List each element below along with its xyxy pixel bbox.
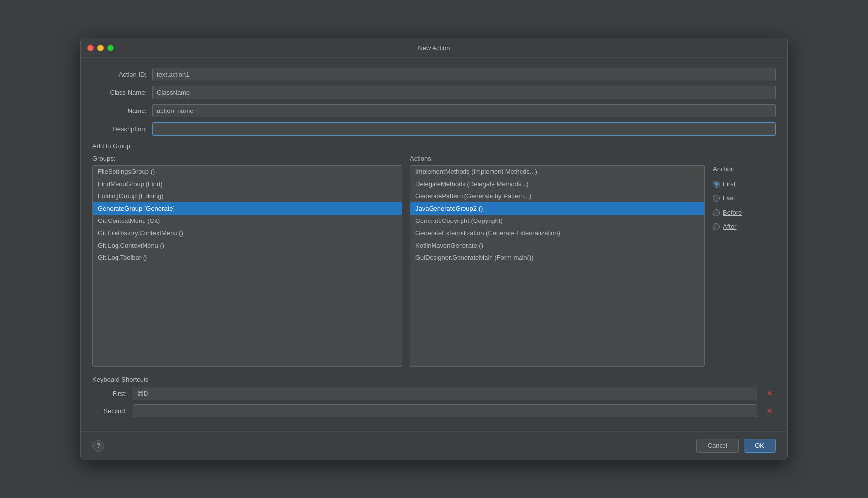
- class-name-label: Class Name:: [92, 89, 146, 96]
- minimize-button[interactable]: [97, 45, 104, 51]
- list-item[interactable]: Git.ContextMenu (Git): [93, 215, 402, 227]
- anchor-before-radio[interactable]: [713, 209, 720, 216]
- anchor-last-radio[interactable]: [713, 195, 720, 202]
- name-label: Name:: [92, 107, 146, 114]
- list-item[interactable]: GeneratePattern (Generate by Pattern...): [410, 190, 704, 202]
- list-item-selected[interactable]: GenerateGroup (Generate): [93, 202, 402, 215]
- second-shortcut-clear[interactable]: ✕: [763, 405, 776, 416]
- list-item-selected[interactable]: JavaGenerateGroup2 (): [410, 202, 704, 215]
- anchor-label: Anchor:: [713, 166, 742, 173]
- first-shortcut-clear[interactable]: ✕: [763, 388, 776, 399]
- anchor-last-row: Last: [713, 191, 742, 205]
- anchor-first-row: First: [713, 177, 742, 191]
- anchor-last-label[interactable]: Last: [723, 194, 735, 202]
- keyboard-shortcuts-title: Keyboard Shortcuts: [92, 376, 776, 383]
- list-item[interactable]: FoldingGroup (Folding): [93, 190, 402, 202]
- anchor-first-radio[interactable]: [713, 181, 720, 188]
- keyboard-shortcuts-section: Keyboard Shortcuts First: ✕ Second: ✕: [92, 376, 776, 421]
- action-id-row: Action ID:: [92, 68, 776, 81]
- dialog-body: Action ID: Class Name: Name: Description…: [81, 58, 787, 431]
- class-name-row: Class Name:: [92, 86, 776, 99]
- help-button[interactable]: ?: [92, 440, 104, 452]
- description-row: Description:: [92, 122, 776, 136]
- actions-section: Actions: ImplementMethods (Implement Met…: [410, 155, 705, 367]
- anchor-after-row: After: [713, 220, 742, 234]
- action-id-label: Action ID:: [92, 71, 146, 78]
- list-item[interactable]: FindMenuGroup (Find): [93, 178, 402, 190]
- list-item[interactable]: KotlinMavenGenerate (): [410, 239, 704, 251]
- groups-label: Groups:: [92, 155, 402, 162]
- list-item[interactable]: DelegateMethods (Delegate Methods...): [410, 178, 704, 190]
- first-shortcut-input[interactable]: [133, 387, 757, 400]
- list-item[interactable]: Git.Log.Toolbar (): [93, 251, 402, 264]
- list-item[interactable]: Git.Log.ContextMenu (): [93, 239, 402, 251]
- action-id-input[interactable]: [152, 68, 776, 81]
- list-item[interactable]: GenerateCopyright (Copyright): [410, 215, 704, 227]
- name-row: Name:: [92, 104, 776, 117]
- dialog-title: New Action: [418, 44, 450, 52]
- groups-actions-section: Groups: FileSettingsGroup () FindMenuGro…: [92, 155, 776, 367]
- description-label: Description:: [92, 125, 146, 133]
- anchor-before-row: Before: [713, 205, 742, 220]
- second-shortcut-label: Second:: [92, 407, 127, 415]
- close-button[interactable]: [87, 45, 94, 51]
- cancel-button[interactable]: Cancel: [696, 439, 739, 453]
- list-item[interactable]: FileSettingsGroup (): [93, 166, 402, 178]
- anchor-before-label[interactable]: Before: [723, 209, 742, 216]
- new-action-dialog: New Action Action ID: Class Name: Name: …: [80, 38, 788, 460]
- ok-button[interactable]: OK: [744, 439, 776, 453]
- actions-list[interactable]: ImplementMethods (Implement Methods...) …: [410, 165, 705, 367]
- class-name-input[interactable]: [152, 86, 776, 99]
- name-input[interactable]: [152, 104, 776, 117]
- list-item[interactable]: GuiDesigner.GenerateMain (Form main()): [410, 251, 704, 264]
- anchor-after-radio[interactable]: [713, 223, 720, 230]
- second-shortcut-input[interactable]: [133, 404, 757, 417]
- anchor-after-label[interactable]: After: [723, 223, 736, 230]
- list-item[interactable]: Git.FileHistory.ContextMenu (): [93, 227, 402, 239]
- groups-list[interactable]: FileSettingsGroup () FindMenuGroup (Find…: [92, 165, 402, 367]
- first-shortcut-label: First:: [92, 390, 127, 397]
- anchor-section: Anchor: First Last Before After: [713, 155, 742, 367]
- anchor-first-label[interactable]: First: [723, 180, 735, 188]
- add-to-group-header: Add to Group: [92, 142, 776, 150]
- footer-buttons: Cancel OK: [696, 439, 776, 453]
- title-bar: New Action: [81, 38, 787, 58]
- second-shortcut-row: Second: ✕: [92, 404, 776, 417]
- list-item[interactable]: ImplementMethods (Implement Methods...): [410, 166, 704, 178]
- dialog-footer: ? Cancel OK: [81, 431, 787, 460]
- traffic-lights: [87, 45, 114, 51]
- actions-label: Actions:: [410, 155, 705, 162]
- description-input[interactable]: [152, 122, 776, 136]
- groups-section: Groups: FileSettingsGroup () FindMenuGro…: [92, 155, 402, 367]
- maximize-button[interactable]: [107, 45, 114, 51]
- list-item[interactable]: GenerateExternalization (Generate Extern…: [410, 227, 704, 239]
- first-shortcut-row: First: ✕: [92, 387, 776, 400]
